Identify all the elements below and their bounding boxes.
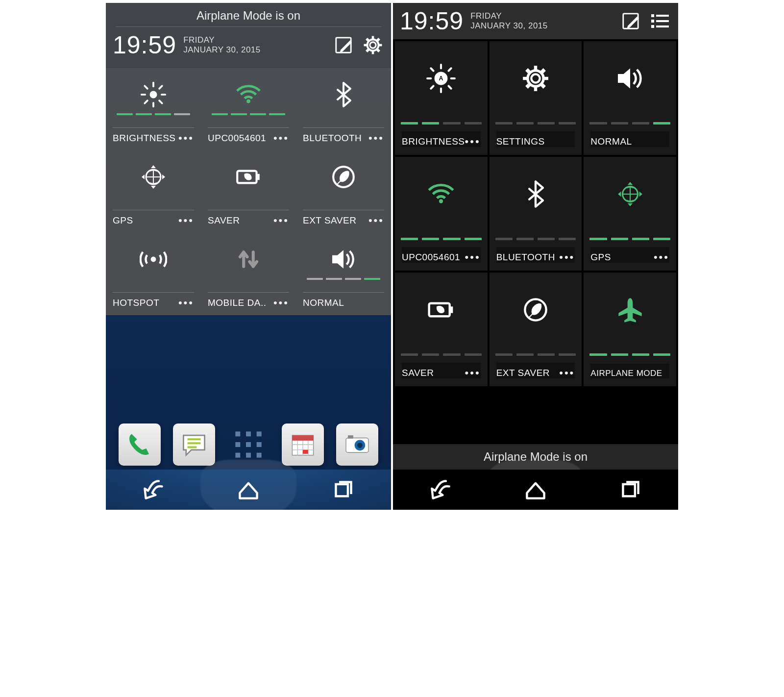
clock[interactable]: 19:59 [113,31,176,59]
tile-saver[interactable]: SAVER••• [395,273,488,386]
svg-rect-62 [292,435,313,441]
volume-icon [330,242,357,277]
camera-app[interactable] [336,423,378,466]
gps-slider[interactable] [584,238,676,240]
tile-settings[interactable]: SETTINGS [490,41,582,155]
screenshot-right: 19:59 FRIDAY JANUARY 30, 2015 BRIGHTNESS… [393,3,678,510]
more-icon[interactable]: ••• [273,215,289,226]
tile-normal[interactable]: NORMAL [296,233,391,315]
quick-settings-header: Airplane Mode is on 19:59 FRIDAY JANUARY… [106,3,391,68]
svg-rect-58 [235,453,240,458]
more-icon[interactable]: ••• [559,368,575,378]
volume-slider[interactable] [307,278,380,280]
tile-bluetooth[interactable]: BLUETOOTH••• [296,68,391,150]
recent-apps-button[interactable] [617,476,644,503]
home-button[interactable] [522,476,549,503]
messages-app[interactable] [173,423,215,466]
more-icon[interactable]: ••• [559,252,575,263]
date-block[interactable]: FRIDAY JANUARY 30, 2015 [470,11,548,31]
quick-settings-grid: BRIGHTNESS••• SETTINGS NORMAL UPC0054601… [393,39,678,388]
brightness-slider[interactable] [395,122,488,124]
calendar-app[interactable] [282,423,324,466]
tile-wifi[interactable]: UPC0054601••• [201,68,296,150]
more-icon[interactable]: ••• [465,368,481,378]
recent-apps-button[interactable] [330,476,357,503]
gear-icon [522,55,549,102]
more-icon[interactable]: ••• [273,298,289,308]
tile-ext-saver[interactable]: EXT SAVER••• [490,273,582,386]
battery-saver-icon [426,286,456,333]
home-button[interactable] [235,476,262,503]
clock[interactable]: 19:59 [400,7,464,35]
airplane-banner: Airplane Mode is on [106,7,391,26]
tile-hotspot[interactable]: HOTSPOT••• [106,233,201,315]
mobile-data-icon [238,242,259,277]
phone-app[interactable] [119,423,161,466]
more-icon[interactable]: ••• [368,215,384,226]
gps-icon [616,171,644,218]
tile-label: HOTSPOT [113,298,159,308]
day-label: FRIDAY [470,11,548,21]
tile-wifi[interactable]: UPC0054601••• [395,157,488,271]
tile-label: GPS [590,252,611,263]
volume-slider[interactable] [584,122,676,124]
wifi-slider[interactable] [212,113,285,115]
tile-gps[interactable]: GPS••• [584,157,676,271]
nav-bar [393,470,678,510]
svg-point-71 [357,443,363,448]
more-icon[interactable]: ••• [178,215,194,226]
quick-settings-grid: BRIGHTNESS••• UPC0054601••• BLUETOOTH•••… [106,68,391,315]
tile-gps[interactable]: GPS••• [106,150,201,233]
tile-label: BLUETOOTH [496,252,555,263]
tile-brightness[interactable]: BRIGHTNESS••• [106,68,201,150]
back-button[interactable] [140,476,167,503]
more-icon[interactable]: ••• [178,133,194,144]
tile-label: NORMAL [303,298,344,308]
back-button[interactable] [427,476,454,503]
tile-mobile-data[interactable]: MOBILE DA..••• [201,233,296,315]
settings-button[interactable] [362,34,384,56]
slider [395,353,488,356]
tile-normal[interactable]: NORMAL [584,41,676,155]
tile-brightness[interactable]: BRIGHTNESS••• [395,41,488,155]
svg-rect-72 [348,435,353,439]
tile-label: NORMAL [590,136,632,147]
svg-rect-56 [246,442,251,447]
bluetooth-icon [523,171,548,218]
wifi-icon [234,77,263,112]
volume-icon [615,55,645,102]
tile-bluetooth[interactable]: BLUETOOTH••• [490,157,582,271]
airplane-slider[interactable] [584,353,676,356]
brightness-slider[interactable] [117,113,190,115]
day-label: FRIDAY [183,35,261,45]
slider [490,353,582,356]
airplane-icon [616,286,644,333]
tile-ext-saver[interactable]: EXT SAVER••• [296,150,391,233]
wifi-icon [426,171,456,218]
more-icon[interactable]: ••• [465,136,481,147]
tile-label: EXT SAVER [303,215,356,226]
slider [490,122,582,124]
brightness-icon [140,77,167,112]
tile-saver[interactable]: SAVER••• [201,150,296,233]
tile-airplane[interactable]: AIRPLANE MODE [584,273,676,386]
tile-label: UPC0054601 [208,133,266,144]
edit-tiles-button[interactable] [619,10,642,32]
more-icon[interactable]: ••• [273,133,289,144]
svg-rect-59 [246,453,251,458]
more-icon[interactable]: ••• [465,252,481,263]
svg-rect-53 [246,431,251,436]
more-icon[interactable]: ••• [368,133,384,144]
tile-label: BRIGHTNESS [402,136,465,147]
more-icon[interactable]: ••• [654,252,669,263]
edit-tiles-button[interactable] [332,34,355,56]
wifi-slider[interactable] [395,238,488,240]
more-icon[interactable]: ••• [178,298,194,308]
date-block[interactable]: FRIDAY JANUARY 30, 2015 [183,35,261,55]
list-view-button[interactable] [649,10,671,32]
svg-rect-55 [235,442,240,447]
svg-rect-68 [303,450,308,454]
leaf-circle-icon [523,286,548,333]
nav-bar [106,470,391,510]
tile-label: MOBILE DA.. [208,298,267,308]
